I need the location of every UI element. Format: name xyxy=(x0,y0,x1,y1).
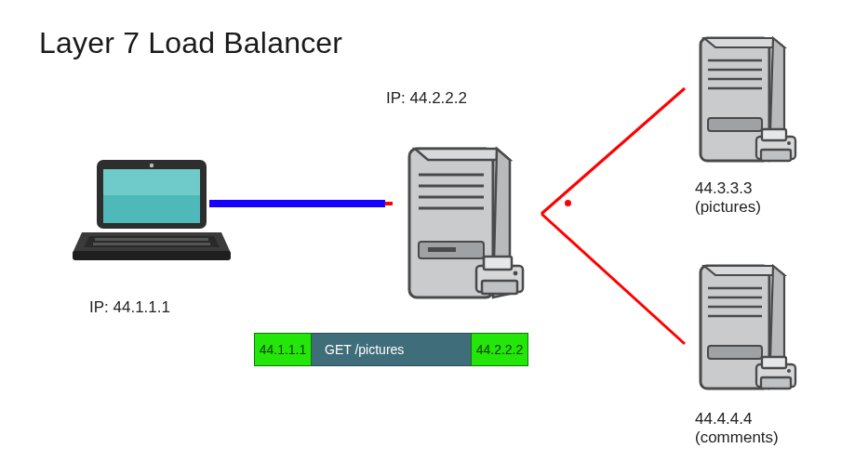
svg-rect-45 xyxy=(708,346,762,359)
svg-line-2 xyxy=(541,88,685,214)
svg-rect-35 xyxy=(762,129,786,140)
client-laptop-icon xyxy=(73,156,231,268)
diagram-title: Layer 7 Load Balancer xyxy=(39,26,342,60)
svg-rect-33 xyxy=(708,118,762,131)
svg-point-49 xyxy=(787,369,791,373)
svg-point-5 xyxy=(150,164,154,167)
svg-rect-10 xyxy=(73,251,231,260)
svg-line-3 xyxy=(541,214,685,344)
branch-origin-dot xyxy=(565,200,571,206)
svg-point-37 xyxy=(787,141,791,145)
svg-rect-47 xyxy=(762,357,786,368)
backend-server-comments-icon xyxy=(684,260,819,400)
svg-rect-48 xyxy=(761,377,791,389)
backend-comments-role: (comments) xyxy=(695,428,779,447)
svg-rect-36 xyxy=(761,150,791,161)
backend-comments-ip: 44.4.4.4 xyxy=(695,409,752,429)
backend-pictures-ip: 44.3.3.3 xyxy=(695,178,752,198)
http-packet: 44.1.1.1 GET /pictures 44.2.2.2 xyxy=(254,333,528,366)
packet-source-ip: 44.1.1.1 xyxy=(254,333,312,366)
packet-destination-ip: 44.2.2.2 xyxy=(471,333,528,366)
svg-rect-7 xyxy=(103,169,200,195)
load-balancer-ip-label: IP: 44.2.2.2 xyxy=(386,88,467,108)
svg-rect-11 xyxy=(95,238,208,241)
svg-point-25 xyxy=(514,271,518,276)
client-ip-label: IP: 44.1.1.1 xyxy=(89,297,170,317)
diagram-stage: Layer 7 Load Balancer xyxy=(0,0,868,475)
svg-rect-12 xyxy=(93,243,210,245)
load-balancer-server-icon xyxy=(391,139,549,307)
backend-pictures-role: (pictures) xyxy=(695,197,761,217)
svg-rect-21 xyxy=(428,247,456,252)
svg-marker-9 xyxy=(84,236,220,247)
svg-rect-23 xyxy=(484,257,512,270)
svg-rect-24 xyxy=(482,281,517,294)
packet-http-request: GET /pictures xyxy=(312,333,471,366)
backend-server-pictures-icon xyxy=(684,33,819,172)
